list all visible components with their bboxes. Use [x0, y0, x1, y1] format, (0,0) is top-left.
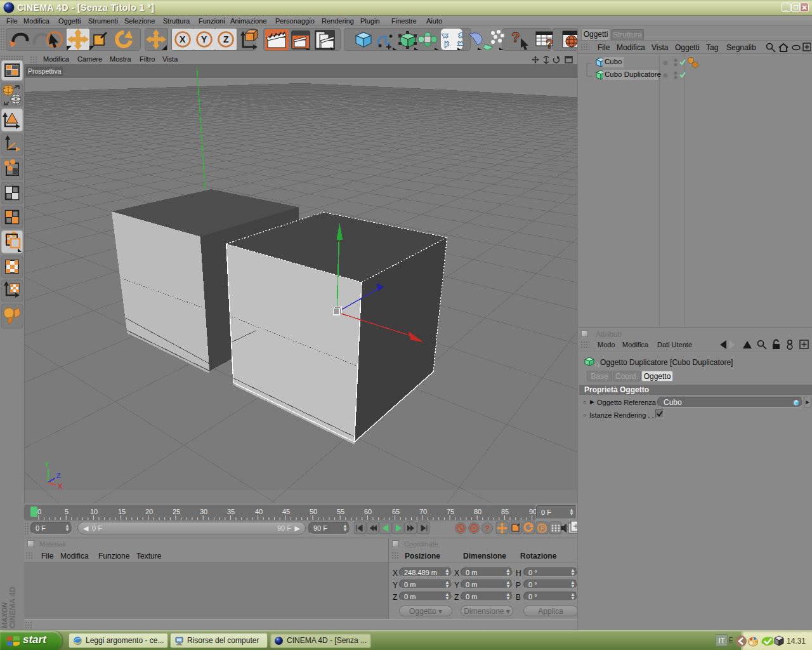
- svg-text:?: ?: [511, 29, 520, 45]
- svg-text:0: 0: [37, 508, 41, 515]
- svg-text:P: P: [540, 524, 545, 532]
- svg-text:65: 65: [392, 508, 400, 515]
- svg-text:30: 30: [200, 508, 207, 515]
- svg-text:Z: Z: [223, 34, 229, 44]
- svg-text:10: 10: [90, 508, 98, 515]
- svg-text:15: 15: [118, 508, 126, 515]
- svg-text:70: 70: [419, 508, 427, 515]
- svg-text:55: 55: [337, 508, 344, 515]
- svg-text:20: 20: [145, 508, 153, 515]
- svg-text:Y: Y: [201, 34, 207, 44]
- svg-text:X: X: [58, 482, 63, 490]
- svg-text:85: 85: [501, 508, 509, 515]
- svg-text:Y: Y: [44, 461, 49, 468]
- svg-text:Z: Z: [56, 472, 61, 479]
- svg-text:80: 80: [474, 508, 481, 515]
- svg-text:Prospettiva: Prospettiva: [28, 67, 62, 75]
- svg-text:35: 35: [227, 508, 235, 515]
- svg-text:40: 40: [255, 508, 263, 515]
- svg-text:X: X: [180, 34, 186, 44]
- svg-text:45: 45: [282, 508, 290, 515]
- svg-text:5: 5: [65, 508, 69, 515]
- svg-text:?: ?: [485, 524, 490, 533]
- svg-text:25: 25: [173, 508, 180, 515]
- svg-text:60: 60: [364, 508, 372, 515]
- svg-text:50: 50: [310, 508, 317, 515]
- svg-text:75: 75: [447, 508, 454, 515]
- svg-text:?: ?: [546, 37, 553, 51]
